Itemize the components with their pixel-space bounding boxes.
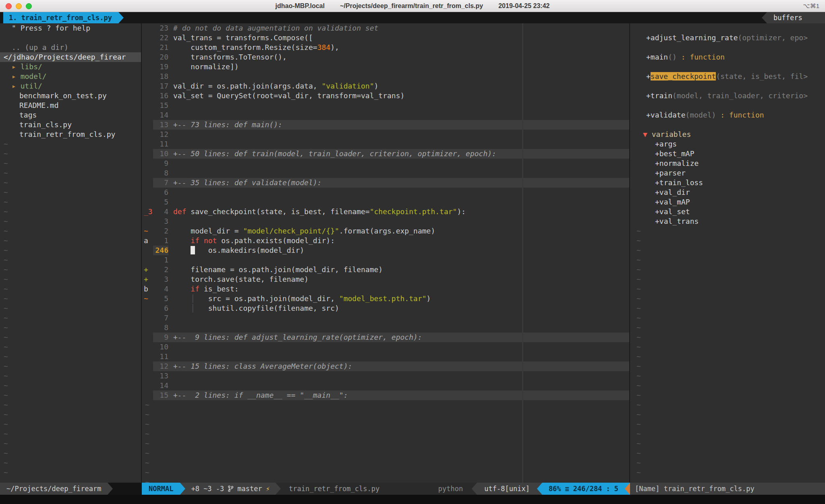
code-token: transforms.ToTensor(),	[173, 53, 287, 61]
tag-best_mAP[interactable]: +best_mAP	[630, 149, 825, 159]
fold-line[interactable]: 9+-- 9 lines: def adjust_learning_rate(o…	[142, 333, 629, 342]
fold-line[interactable]: 10+-- 50 lines: def train(model, train_l…	[142, 149, 629, 159]
tagbar-kind-variables[interactable]: ▼ variables	[630, 130, 825, 139]
tag-validate[interactable]: +validate(model) : function	[630, 110, 825, 120]
code-line[interactable]: 23# do not do data augmentation on valid…	[142, 23, 629, 33]
line-text	[173, 217, 629, 226]
tree-item-label: </jdhao/Projects/deep_firear	[4, 53, 126, 61]
code-line[interactable]: 7	[142, 313, 629, 323]
tree-file-train_retr_from_cls[interactable]: train_retr_from_cls.py	[0, 130, 141, 139]
tree-file-readme[interactable]: README.md	[0, 101, 141, 110]
fold-line[interactable]: 13+-- 73 lines: def main():	[142, 120, 629, 130]
code-line[interactable]: + 2 filename = os.path.join(model_dir, f…	[142, 265, 629, 275]
code-line[interactable]: 9	[142, 159, 629, 168]
tag-train[interactable]: +train(model, train_loader, criterio>	[630, 91, 825, 101]
tag-parser[interactable]: +parser	[630, 168, 825, 178]
code-token: custom_transform.Resize(size=	[173, 43, 317, 52]
code-line[interactable]: 21 custom_transform.Resize(size=384),	[142, 43, 629, 52]
tag-val_dir[interactable]: +val_dir	[630, 188, 825, 197]
gutter-sign	[142, 52, 153, 62]
minimize-button[interactable]	[16, 3, 22, 9]
line-number: 246	[153, 246, 168, 255]
cursor-line[interactable]: 246 os.makedirs(model_dir)	[142, 246, 629, 255]
code-line[interactable]: ~ 5 │ src = os.path.join(model_dir, "mod…	[142, 294, 629, 304]
close-button[interactable]	[6, 3, 12, 9]
empty-line-tilde: ~	[0, 217, 141, 226]
code-line[interactable]: 1	[142, 255, 629, 265]
code-line[interactable]: 10	[142, 342, 629, 352]
line-number: 1	[153, 255, 168, 265]
code-line[interactable]: 11	[142, 139, 629, 149]
code-line[interactable]: 20 transforms.ToTensor(),	[142, 52, 629, 62]
line-number: 9	[153, 333, 168, 342]
empty-line-tilde: ~	[630, 246, 825, 255]
zoom-button[interactable]	[26, 3, 32, 9]
titlebar-clock: 2019-04-25 23:42	[498, 2, 549, 10]
code-line[interactable]: 5	[142, 197, 629, 207]
code-line[interactable]: 14	[142, 381, 629, 390]
code-token: filename = os.path.join(model_dir, filen…	[173, 265, 383, 274]
tag-main[interactable]: +main() : function	[630, 52, 825, 62]
tag-val_mAP[interactable]: +val_mAP	[630, 197, 825, 207]
buffers-label[interactable]: buffers	[767, 12, 825, 23]
tree-dir-libs[interactable]: ▸ libs/	[0, 62, 141, 72]
fold-line[interactable]: 15+-- 2 lines: if __name__ == "__main__"…	[142, 390, 629, 400]
code-line[interactable]: a 1 if not os.path.exists(model_dir):	[142, 236, 629, 246]
code-line[interactable]: _3 4def save_checkpoint(state, is_best, …	[142, 207, 629, 217]
gutter-sign	[142, 217, 153, 226]
powerline-separator-icon	[180, 483, 185, 495]
gutter-sign	[142, 390, 153, 400]
code-line[interactable]: 17val_dir = os.path.join(args.data, "val…	[142, 81, 629, 91]
code-line[interactable]: 13	[142, 371, 629, 381]
code-line[interactable]: 8	[142, 168, 629, 178]
code-line[interactable]: 18	[142, 72, 629, 81]
empty-line-tilde: ~	[0, 361, 141, 371]
code-token: val_set = QuerySet(root=val_dir, transfo…	[173, 91, 404, 100]
line-number: 14	[153, 381, 168, 390]
code-line[interactable]: 22val_trans = transforms.Compose([	[142, 33, 629, 43]
code-line[interactable]: b 4 if is_best:	[142, 284, 629, 294]
tree-file-tags[interactable]: tags	[0, 110, 141, 120]
tag-save_checkpoint[interactable]: +save_checkpoint(state, is_best, fil>	[630, 72, 825, 81]
code-line[interactable]: 19 normalize])	[142, 62, 629, 72]
editor-pane[interactable]: 23# do not do data augmentation on valid…	[142, 23, 629, 483]
tag-args[interactable]: +args	[630, 139, 825, 149]
tree-file-train_cls[interactable]: train_cls.py	[0, 120, 141, 130]
tree-root[interactable]: </jdhao/Projects/deep_firear	[0, 52, 141, 62]
gutter-sign	[142, 23, 153, 33]
tab-train-retr-from-cls[interactable]: 1. train_retr_from_cls.py	[3, 12, 118, 23]
empty-line-tilde: ~	[142, 458, 629, 468]
tree-up-dir[interactable]: .. (up a dir)	[0, 43, 141, 52]
tree-dir-model[interactable]: ▸ model/	[0, 72, 141, 81]
code-line[interactable]: + 3 torch.save(state, filename)	[142, 275, 629, 284]
code-line[interactable]: 3	[142, 217, 629, 226]
fold-line[interactable]: 12+-- 15 lines: class AverageMeter(objec…	[142, 361, 629, 371]
code-line[interactable]: 12	[142, 130, 629, 139]
statusline-tagbar: [Name] train_retr_from_cls.py	[630, 483, 825, 495]
statusline-cwd: ~/Projects/deep_firearm	[0, 483, 108, 495]
tag-train_loss[interactable]: +train_loss	[630, 178, 825, 188]
code-line[interactable]: 15	[142, 101, 629, 110]
command-line[interactable]	[0, 495, 825, 504]
code-line[interactable]: 6	[142, 188, 629, 197]
tag-val_trans[interactable]: +val_trans	[630, 217, 825, 226]
code-line[interactable]: 8	[142, 323, 629, 333]
line-text	[173, 101, 629, 110]
code-line[interactable]: 6 │ shutil.copyfile(filename, src)	[142, 304, 629, 313]
tag-val_set[interactable]: +val_set	[630, 207, 825, 217]
fold-line[interactable]: 7+-- 35 lines: def validate(model):	[142, 178, 629, 188]
code-line[interactable]: 14	[142, 110, 629, 120]
code-line[interactable]: 16val_set = QuerySet(root=val_dir, trans…	[142, 91, 629, 101]
tree-dir-util[interactable]: ▸ util/	[0, 81, 141, 91]
line-content: 19 normalize])	[153, 62, 629, 72]
code-line[interactable]: ~ 2 model_dir = "model/check_point/{}".f…	[142, 226, 629, 236]
tree-item-label: tags	[19, 111, 37, 119]
code-line[interactable]: 11	[142, 352, 629, 361]
line-text	[173, 342, 629, 352]
line-number: 2	[153, 265, 168, 275]
tree-file-benchmark_on_test[interactable]: benchmark_on_test.py	[0, 91, 141, 101]
tag-normalize[interactable]: +normalize	[630, 159, 825, 168]
tag-adjust_learning_rate[interactable]: +adjust_learning_rate(optimizer, epo>	[630, 33, 825, 43]
cursor-block	[191, 246, 195, 254]
gutter-sign	[142, 33, 153, 43]
